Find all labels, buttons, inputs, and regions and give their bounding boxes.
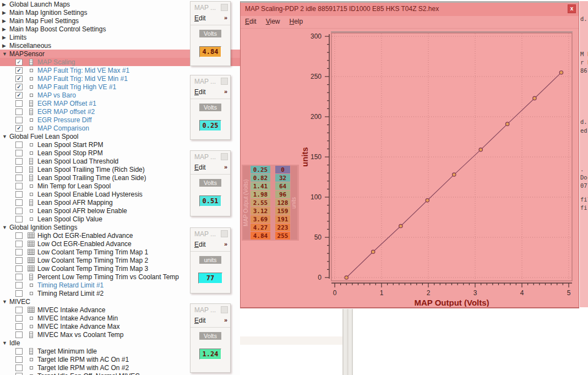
tree-item-label[interactable]: Target Idle RPM with AC On #2 <box>37 364 129 372</box>
tree-item-label[interactable]: EGR Pressure Diff <box>37 116 91 124</box>
tree-category-label[interactable]: Miscellaneous <box>9 42 51 50</box>
checkbox[interactable] <box>15 150 23 156</box>
tree-item-label[interactable]: Lean Spool Trailing Time (Rich Side) <box>37 166 145 173</box>
chevron-down-icon[interactable]: ▼ <box>2 134 9 139</box>
tree-category-label[interactable]: Main Map Ignition Settings <box>9 9 87 17</box>
table-cell-volts[interactable]: 3.12 <box>251 207 270 215</box>
tree-item-label[interactable]: Lean Spool Load Threshold <box>37 157 118 165</box>
checkbox[interactable] <box>15 282 23 289</box>
checkbox[interactable] <box>15 232 23 239</box>
checkbox[interactable] <box>15 199 23 206</box>
tree-item-label[interactable]: Target Idle Fan Off, Normal MIVEC <box>37 372 140 375</box>
menu-help[interactable]: Help <box>290 18 303 25</box>
tree-category-label[interactable]: Main Map Fuel Settings <box>9 17 79 25</box>
tree-item-label[interactable]: MIVEC Max vs Coolant Temp <box>37 331 124 339</box>
edit-menu[interactable]: Edit <box>194 317 206 324</box>
menu-overflow-icon[interactable]: » <box>224 14 227 21</box>
tree-item-label[interactable]: Lean Spool Stop RPM <box>37 149 103 157</box>
checkbox[interactable] <box>15 356 23 363</box>
close-button[interactable]: x <box>568 4 576 13</box>
chevron-right-icon[interactable]: ▶ <box>2 10 9 15</box>
checkbox[interactable] <box>15 274 23 280</box>
checkbox[interactable]: ✓ <box>15 84 23 90</box>
value-cell[interactable]: 4.84 <box>199 46 222 57</box>
checkbox[interactable] <box>15 117 23 123</box>
checkbox[interactable] <box>15 183 23 189</box>
checkbox[interactable] <box>15 241 23 247</box>
chevron-right-icon[interactable]: ▶ <box>2 26 9 32</box>
close-button[interactable] <box>221 306 228 313</box>
tree-item-label[interactable]: EGR MAP Offset #1 <box>37 100 96 107</box>
menu-overflow-icon[interactable]: » <box>224 88 227 95</box>
checkbox[interactable] <box>15 249 23 256</box>
checkbox[interactable]: ✓ <box>15 92 23 99</box>
menu-overflow-icon[interactable]: » <box>224 241 227 247</box>
checkbox[interactable] <box>15 216 23 222</box>
checkbox[interactable] <box>15 315 23 322</box>
chevron-right-icon[interactable]: ▶ <box>2 35 9 40</box>
edit-menu[interactable]: Edit <box>194 88 206 96</box>
tree-item-label[interactable]: MAP vs Baro <box>37 91 76 99</box>
chevron-right-icon[interactable]: ▶ <box>2 18 9 24</box>
tree-category-label[interactable]: Limits <box>9 34 26 41</box>
tree-category-label[interactable]: Global Fuel Lean Spool <box>9 133 78 140</box>
checkbox[interactable] <box>15 373 23 375</box>
checkbox[interactable] <box>15 307 23 313</box>
value-cell[interactable]: 1.24 <box>199 349 222 360</box>
tree-item-label[interactable]: Min Temp for Lean Spool <box>37 182 111 190</box>
tree-item-label[interactable]: High Oct EGR-Enabled Advance <box>37 232 133 240</box>
close-button[interactable] <box>221 230 228 237</box>
table-cell-units[interactable]: 64 <box>275 182 290 190</box>
tree-item-label[interactable]: MAP Fault Trig: Mid VE Max #1 <box>37 67 129 74</box>
table-cell-units[interactable]: 159 <box>275 207 290 215</box>
tree-item-label[interactable]: MIVEC Intake Advance Min <box>37 314 118 322</box>
tree-item-label[interactable]: Lean Spool AFR below Enable <box>37 207 127 215</box>
tree-item-label[interactable]: Low Coolant Temp Timing Trim Map 1 <box>37 248 148 256</box>
checkbox[interactable]: ✓ <box>15 67 23 74</box>
checkbox[interactable] <box>15 142 23 148</box>
chevron-down-icon[interactable]: ▼ <box>2 340 9 346</box>
checkbox[interactable] <box>15 191 23 198</box>
tree-item-label[interactable]: Lean Spool Enable Load Hysteresis <box>37 191 143 198</box>
tree-item-label[interactable]: Low Coolant Temp Timing Trim Map 2 <box>37 257 148 264</box>
chevron-down-icon[interactable]: ▼ <box>2 225 9 230</box>
mini-window-titlebar[interactable]: MAP ... <box>190 304 230 316</box>
checkbox[interactable] <box>15 175 23 181</box>
background-scrollbar[interactable] <box>342 309 353 375</box>
checkbox[interactable]: ✓ <box>15 59 23 66</box>
table-cell-units[interactable]: 96 <box>275 191 290 198</box>
tree-item-label[interactable]: Target Minimum Idle <box>37 347 97 355</box>
tree-item-label[interactable]: Target Idle RPM with AC On #1 <box>37 356 129 363</box>
table-cell-units[interactable]: 0 <box>275 166 290 173</box>
chevron-right-icon[interactable]: ▶ <box>2 2 9 7</box>
close-button[interactable] <box>221 153 228 160</box>
checkbox[interactable]: ✓ <box>15 125 23 132</box>
close-button[interactable] <box>221 78 228 85</box>
table-cell-volts[interactable]: 4.84 <box>251 232 270 240</box>
checkbox[interactable] <box>15 166 23 173</box>
edit-menu[interactable]: Edit <box>194 14 206 22</box>
tree-category-label[interactable]: Global Launch Maps <box>9 1 70 8</box>
table-cell-units[interactable]: 223 <box>275 224 290 231</box>
table-cell-volts[interactable]: 3.69 <box>251 215 270 223</box>
table-cell-volts[interactable]: 0.25 <box>251 166 270 173</box>
chevron-right-icon[interactable]: ▶ <box>2 43 9 48</box>
tree-item-label[interactable]: Low Oct EGR-Enabled Advance <box>37 240 132 248</box>
mini-window-titlebar[interactable]: MAP ... <box>190 151 230 163</box>
tree-category-label[interactable]: MIVEC <box>9 298 30 306</box>
mini-window-titlebar[interactable]: MAP ... <box>190 2 230 14</box>
table-cell-volts[interactable]: 4.27 <box>251 224 270 231</box>
tree-item-label[interactable]: MAP Scaling <box>37 58 75 66</box>
tree-item-label[interactable]: Timing Retard Limit #1 <box>37 281 104 289</box>
tree-item-label[interactable]: MAP Fault Trig: Mid VE Min #1 <box>37 75 128 83</box>
checkbox[interactable] <box>15 348 23 355</box>
close-button[interactable] <box>221 4 228 11</box>
edit-menu[interactable]: Edit <box>194 164 206 171</box>
checkbox[interactable] <box>15 257 23 264</box>
table-cell-volts[interactable]: 2.55 <box>251 199 270 206</box>
menu-overflow-icon[interactable]: » <box>224 317 227 323</box>
tree-item-label[interactable]: MAP Fault Trig High VE #1 <box>37 83 116 91</box>
table-cell-units[interactable]: 128 <box>275 199 290 206</box>
tree-category-label[interactable]: Global Ignition Settings <box>9 224 77 231</box>
tree-item-label[interactable]: Lean Spool Start RPM <box>37 141 103 149</box>
